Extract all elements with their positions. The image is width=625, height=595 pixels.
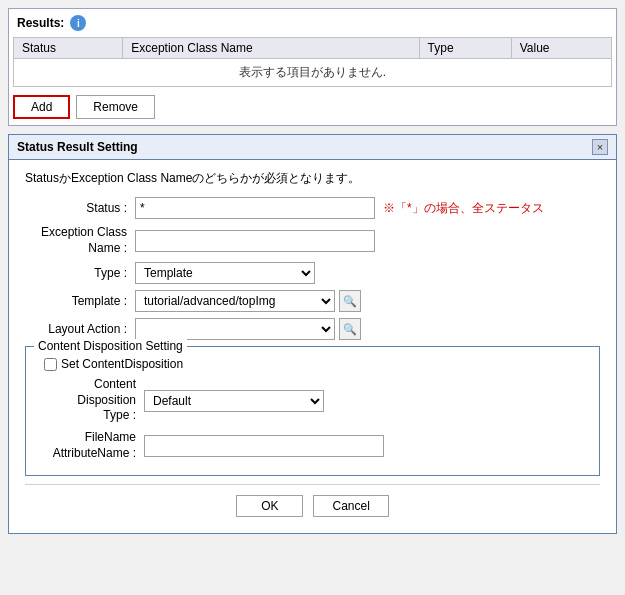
dialog-close-button[interactable]: × xyxy=(592,139,608,155)
col-value: Value xyxy=(511,38,611,59)
table-actions: Add Remove xyxy=(13,93,612,121)
type-row: Type : Template Redirect Forward xyxy=(25,262,600,284)
template-label: Template : xyxy=(25,294,135,308)
col-type: Type xyxy=(419,38,511,59)
template-field-group: tutorial/advanced/topImg 🔍 xyxy=(135,290,361,312)
type-select[interactable]: Template Redirect Forward xyxy=(135,262,315,284)
table-empty-row: 表示する項目がありません. xyxy=(14,59,612,87)
type-label: Type : xyxy=(25,266,135,280)
col-exception-class-name: Exception Class Name xyxy=(123,38,419,59)
ok-button[interactable]: OK xyxy=(236,495,303,517)
dialog-titlebar: Status Result Setting × xyxy=(9,135,616,160)
content-disposition-type-label: Content Disposition Type : xyxy=(34,377,144,424)
status-row: Status : ※「*」の場合、全ステータス xyxy=(25,197,600,219)
status-note: ※「*」の場合、全ステータス xyxy=(383,200,544,217)
layout-action-field-group: 🔍 xyxy=(135,318,361,340)
results-table: Status Exception Class Name Type Value 表… xyxy=(13,37,612,87)
info-icon[interactable]: i xyxy=(70,15,86,31)
filename-attribute-row: FileName AttributeName : xyxy=(34,430,591,461)
exception-class-input[interactable] xyxy=(135,230,375,252)
template-select[interactable]: tutorial/advanced/topImg xyxy=(135,290,335,312)
layout-action-search-button[interactable]: 🔍 xyxy=(339,318,361,340)
col-status: Status xyxy=(14,38,123,59)
status-label: Status : xyxy=(25,201,135,215)
filename-attribute-input[interactable] xyxy=(144,435,384,457)
content-disposition-type-row: Content Disposition Type : Default Attac… xyxy=(34,377,591,424)
content-disposition-group: Content Disposition Setting Set ContentD… xyxy=(25,346,600,476)
dialog-body: StatusかException Class Nameのどちらかが必須となります… xyxy=(9,160,616,533)
results-header: Results: i xyxy=(13,13,612,33)
add-button[interactable]: Add xyxy=(13,95,70,119)
set-content-disposition-checkbox[interactable] xyxy=(44,358,57,371)
layout-action-row: Layout Action : 🔍 xyxy=(25,318,600,340)
group-box-content: Set ContentDisposition Content Dispositi… xyxy=(34,357,591,461)
template-row: Template : tutorial/advanced/topImg 🔍 xyxy=(25,290,600,312)
dialog-title: Status Result Setting xyxy=(17,140,138,154)
results-panel: Results: i Status Exception Class Name T… xyxy=(8,8,617,126)
table-header-row: Status Exception Class Name Type Value xyxy=(14,38,612,59)
set-content-disposition-label: Set ContentDisposition xyxy=(61,357,183,371)
template-search-button[interactable]: 🔍 xyxy=(339,290,361,312)
empty-message: 表示する項目がありません. xyxy=(14,59,612,87)
status-input[interactable] xyxy=(135,197,375,219)
set-content-disposition-row: Set ContentDisposition xyxy=(44,357,591,371)
required-message: StatusかException Class Nameのどちらかが必須となります… xyxy=(25,170,600,187)
dialog-footer: OK Cancel xyxy=(25,484,600,525)
exception-class-row: Exception Class Name : xyxy=(25,225,600,256)
results-label: Results: xyxy=(17,16,64,30)
remove-button[interactable]: Remove xyxy=(76,95,155,119)
status-result-dialog: Status Result Setting × StatusかException… xyxy=(8,134,617,534)
layout-action-select[interactable] xyxy=(135,318,335,340)
filename-attribute-label: FileName AttributeName : xyxy=(34,430,144,461)
content-disposition-type-select[interactable]: Default Attachment Inline xyxy=(144,390,324,412)
layout-action-label: Layout Action : xyxy=(25,322,135,336)
group-box-legend: Content Disposition Setting xyxy=(34,339,187,353)
exception-class-label: Exception Class Name : xyxy=(25,225,135,256)
cancel-button[interactable]: Cancel xyxy=(313,495,388,517)
